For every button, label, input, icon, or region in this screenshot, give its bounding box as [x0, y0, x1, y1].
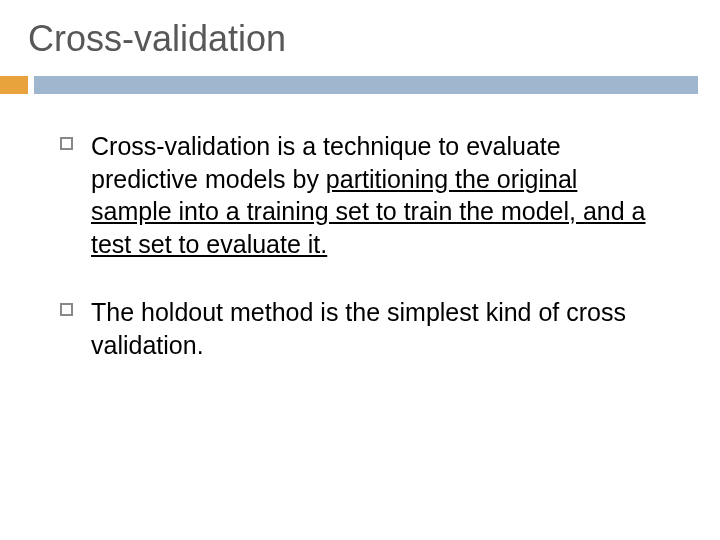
content-area: Cross-validation is a technique to evalu… — [0, 94, 720, 361]
bullet-text: Cross-validation is a technique to evalu… — [91, 130, 660, 260]
bullet-square-icon — [60, 303, 73, 316]
bullet-item: The holdout method is the simplest kind … — [60, 296, 660, 361]
divider — [0, 76, 720, 94]
bullet-text-plain: The holdout method is the simplest kind … — [91, 298, 626, 359]
bullet-square-icon — [60, 137, 73, 150]
slide: Cross-validation Cross-validation is a t… — [0, 0, 720, 540]
bullet-item: Cross-validation is a technique to evalu… — [60, 130, 660, 260]
slide-title: Cross-validation — [0, 18, 720, 76]
divider-accent-blue — [34, 76, 698, 94]
divider-accent-orange — [0, 76, 28, 94]
bullet-text: The holdout method is the simplest kind … — [91, 296, 660, 361]
